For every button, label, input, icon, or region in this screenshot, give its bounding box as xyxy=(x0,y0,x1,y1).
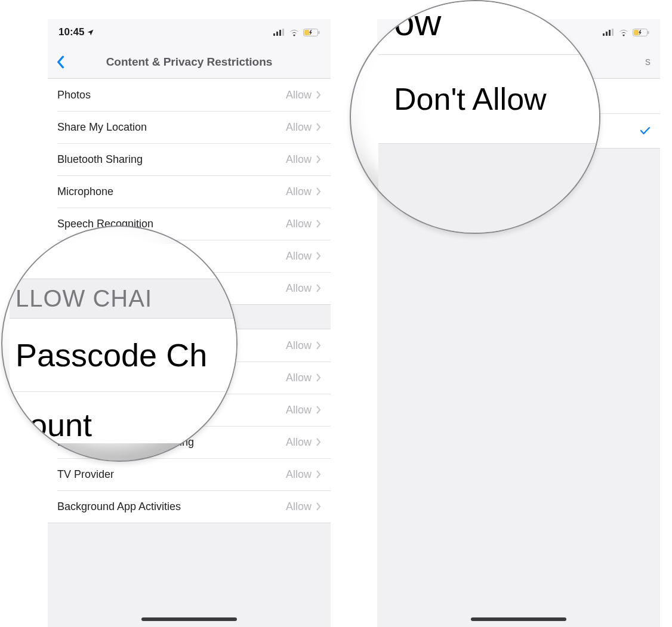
svg-rect-13 xyxy=(634,30,639,35)
row-label: Bluetooth Sharing xyxy=(57,153,143,166)
svg-rect-3 xyxy=(282,29,284,36)
location-arrow-icon xyxy=(87,29,94,36)
chevron-right-icon xyxy=(316,252,321,260)
nav-title-trail: s xyxy=(645,55,651,68)
row-bluetooth-sharing[interactable]: Bluetooth Sharing Allow xyxy=(48,143,331,175)
row-label: Share My Location xyxy=(57,121,147,134)
nav-header: Content & Privacy Restrictions xyxy=(48,45,331,79)
row-label: TV Provider xyxy=(57,468,114,481)
row-tv-provider[interactable]: TV Provider Allow xyxy=(48,458,331,490)
chevron-right-icon xyxy=(316,123,321,131)
row-value: Allow xyxy=(286,218,312,230)
svg-rect-10 xyxy=(612,29,614,36)
row-value: Allow xyxy=(286,121,312,134)
svg-rect-0 xyxy=(273,33,275,36)
back-button[interactable] xyxy=(53,45,68,78)
row-value: Allow xyxy=(286,404,312,416)
row-value: Allow xyxy=(286,436,312,449)
row-value: Allow xyxy=(286,282,312,295)
home-indicator[interactable] xyxy=(471,617,566,621)
svg-rect-9 xyxy=(609,30,611,36)
status-bar: 10:45 xyxy=(48,19,331,45)
chevron-right-icon xyxy=(316,502,321,511)
svg-rect-7 xyxy=(603,33,605,36)
row-share-my-location[interactable]: Share My Location Allow xyxy=(48,111,331,143)
row-value: Allow xyxy=(286,372,312,384)
chevron-right-icon xyxy=(316,438,321,446)
chevron-right-icon xyxy=(316,91,321,99)
mag-row-passcode-changes: Passcode Ch xyxy=(10,319,236,392)
wifi-icon xyxy=(618,29,629,36)
row-label: Background App Activities xyxy=(57,501,181,513)
row-value: Allow xyxy=(286,186,312,198)
chevron-right-icon xyxy=(316,373,321,382)
row-value: Allow xyxy=(286,339,312,352)
row-value: Allow xyxy=(286,250,312,262)
chevron-right-icon xyxy=(316,406,321,414)
row-value: Allow xyxy=(286,153,312,166)
chevron-right-icon xyxy=(316,155,321,163)
mag-section-header: LLOW CHAI xyxy=(10,279,236,319)
svg-rect-12 xyxy=(648,31,649,34)
nav-title: Content & Privacy Restrictions xyxy=(48,55,331,69)
home-indicator[interactable] xyxy=(141,617,237,621)
signal-icon xyxy=(273,29,285,36)
chevron-right-icon xyxy=(316,284,321,292)
svg-rect-2 xyxy=(279,30,281,36)
row-value: Allow xyxy=(286,89,312,101)
row-photos[interactable]: Photos Allow xyxy=(48,79,331,111)
magnifier-lens-right: ow Don't Allow xyxy=(350,0,600,234)
battery-low-charging-icon xyxy=(303,29,320,36)
signal-icon xyxy=(603,29,615,36)
wifi-icon xyxy=(289,29,300,36)
svg-rect-8 xyxy=(606,32,608,36)
checkmark-icon xyxy=(640,126,651,135)
row-value: Allow xyxy=(286,501,312,513)
row-value: Allow xyxy=(286,468,312,481)
row-microphone[interactable]: Microphone Allow xyxy=(48,175,331,208)
svg-rect-5 xyxy=(319,31,320,34)
mag-row-dont-allow: Don't Allow xyxy=(378,55,599,144)
chevron-right-icon xyxy=(316,470,321,478)
row-label: Photos xyxy=(57,89,91,101)
battery-low-charging-icon xyxy=(633,29,649,36)
svg-rect-1 xyxy=(276,32,278,36)
row-background-app-activities[interactable]: Background App Activities Allow xyxy=(48,490,331,523)
status-time: 10:45 xyxy=(58,26,84,38)
magnifier-lens-left: LLOW CHAI Passcode Ch count xyxy=(1,226,238,462)
chevron-right-icon xyxy=(316,220,321,228)
chevron-right-icon xyxy=(316,341,321,350)
svg-rect-6 xyxy=(304,30,309,35)
row-label: Microphone xyxy=(57,186,113,198)
chevron-right-icon xyxy=(316,187,321,196)
